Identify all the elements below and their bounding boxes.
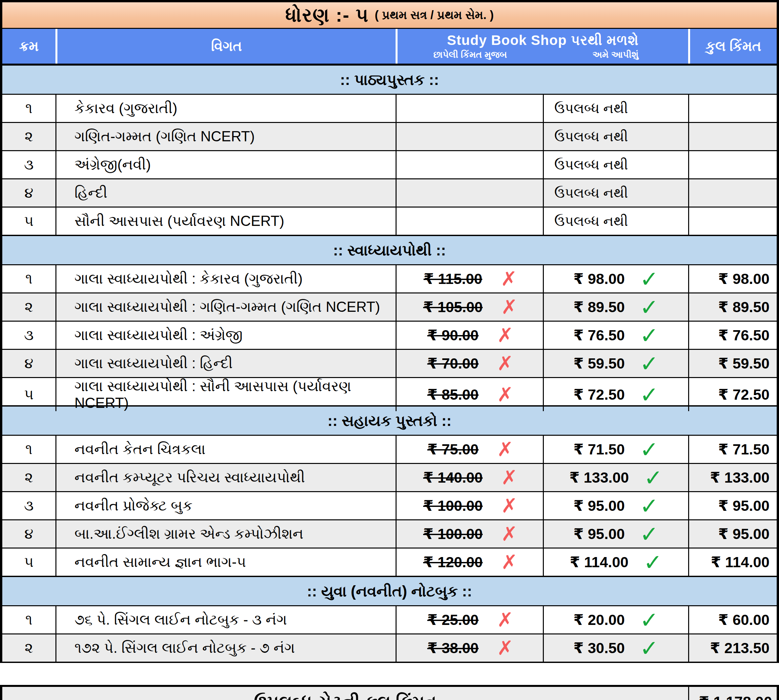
- row-serial: ૨: [2, 293, 55, 321]
- row-total: ₹ 213.50: [710, 639, 769, 657]
- printed-price-cell: ₹ 25.00✗: [395, 606, 543, 633]
- printed-price-cell: ₹ 115.00✗: [395, 265, 543, 292]
- row-total: ₹ 71.50: [718, 441, 769, 458]
- item-name: બા.આ.ઈંગ્લીશ ગ્રામર એન્ડ કમ્પોઝીશન: [55, 520, 395, 548]
- our-price-cell: ₹ 76.50✓: [543, 322, 688, 349]
- our-price: ₹ 95.00: [573, 497, 624, 515]
- cross-icon: ✗: [497, 440, 513, 459]
- table-row: ૧ગાલા સ્વાધ્યાયપોથી : કેકારવ (ગુજરાતી)₹ …: [2, 264, 777, 292]
- row-total-cell: ₹ 59.50: [688, 350, 777, 377]
- item-name: ગાલા સ્વાધ્યાયપોથી : સૌની આસપાસ (પર્યાવર…: [55, 378, 395, 411]
- item-name: નવનીત પ્રોજેક્ટ બુક: [55, 492, 395, 519]
- not-available-label: ઉપલબ્ધ નથી: [554, 213, 628, 229]
- our-price: ₹ 114.00: [570, 553, 629, 571]
- printed-price-cell: ₹ 38.00✗: [395, 635, 543, 662]
- row-serial: ૫: [2, 378, 55, 411]
- section-heading: :: યુવા (નવનીત) નોટબુક ::: [2, 576, 777, 605]
- row-serial: ૪: [2, 520, 55, 548]
- printed-price-cell: [395, 208, 543, 235]
- table-row: ૪હિન્દીઉપલબ્ધ નથી: [2, 178, 777, 207]
- table-row: ૧૭૬ પે. સિંગલ લાઈન નોટબુક - ૩ નંગ₹ 25.00…: [2, 605, 777, 633]
- printed-price-cell: [395, 123, 543, 150]
- not-available-label: ઉપલબ્ધ નથી: [554, 185, 628, 201]
- cross-icon: ✗: [497, 385, 513, 405]
- table-row: ૩નવનીત પ્રોજેક્ટ બુક₹ 100.00✗₹ 95.00✓₹ 9…: [2, 491, 777, 519]
- row-serial: ૨: [2, 635, 55, 662]
- row-total: ₹ 76.50: [718, 327, 769, 344]
- our-price-cell: ₹ 20.00✓: [543, 606, 688, 633]
- check-icon: ✓: [640, 268, 659, 290]
- row-total: ₹ 98.00: [718, 270, 769, 288]
- item-name: ૧૭૨ પે. સિંગલ લાઈન નોટબુક - ૭ નંગ: [55, 635, 395, 662]
- printed-price: ₹ 90.00: [426, 327, 480, 344]
- row-total-cell: [688, 123, 777, 150]
- item-name: નવનીત સામાન્ય જ્ઞાન ભાગ-૫: [55, 548, 395, 576]
- our-price: ₹ 59.50: [573, 355, 624, 372]
- col-header-total: કુલ કિંમત: [688, 29, 777, 63]
- row-serial: ૨: [2, 464, 55, 491]
- table-row: ૧નવનીત કેતન ચિત્રકલા₹ 75.00✗₹ 71.50✓₹ 71…: [2, 435, 777, 463]
- cross-icon: ✗: [501, 297, 517, 317]
- row-total-cell: ₹ 95.00: [688, 520, 777, 548]
- row-serial: ૩: [2, 492, 55, 519]
- printed-price: ₹ 100.00: [422, 525, 484, 543]
- row-serial: ૫: [2, 548, 55, 576]
- row-serial: ૧: [2, 265, 55, 292]
- our-price-cell: ઉપલબ્ધ નથી: [543, 179, 688, 207]
- table-row: ૨ગણિત-ગમ્મત (ગણિત NCERT)ઉપલબ્ધ નથી: [2, 122, 777, 150]
- section-heading: :: પાઠ્યપુસ્તક ::: [2, 64, 777, 94]
- row-serial: ૧: [2, 436, 55, 463]
- page-title: ધોરણ :- ૫: [285, 4, 369, 27]
- cross-icon: ✗: [497, 638, 513, 658]
- our-price-cell: ₹ 59.50✓: [543, 350, 688, 377]
- printed-price-cell: ₹ 85.00✗: [395, 378, 543, 411]
- row-total-cell: ₹ 60.00: [688, 606, 777, 633]
- printed-price: ₹ 38.00: [426, 639, 480, 657]
- table-row: ૪ગાલા સ્વાધ્યાયપોથી : હિન્દી₹ 70.00✗₹ 59…: [2, 349, 777, 377]
- row-serial: ૪: [2, 350, 55, 377]
- printed-price-cell: [395, 151, 543, 178]
- col-header-details: વિગત: [55, 29, 395, 63]
- col-subheader-printed-price: છાપેલી કિંમત મુજબ: [397, 50, 543, 60]
- item-name: ગણિત-ગમ્મત (ગણિત NCERT): [55, 123, 395, 150]
- row-total: ₹ 89.50: [718, 298, 769, 316]
- printed-price-cell: ₹ 90.00✗: [395, 322, 543, 349]
- printed-price-cell: ₹ 70.00✗: [395, 350, 543, 377]
- table-row: ૪બા.આ.ઈંગ્લીશ ગ્રામર એન્ડ કમ્પોઝીશન₹ 100…: [2, 519, 777, 548]
- our-price-cell: ₹ 71.50✓: [543, 436, 688, 463]
- item-name: સૌની આસપાસ (પર્યાવરણ NCERT): [55, 208, 395, 235]
- item-name: ગાલા સ્વાધ્યાયપોથી : અંગ્રેજી: [55, 322, 395, 349]
- column-header-row: ક્રમ વિગત Study Book Shop પરથી મળશે છાપે…: [2, 28, 777, 64]
- table-row: ૨નવનીત કમ્પ્યૂટર પરિચય સ્વાધ્યાયપોથી₹ 14…: [2, 463, 777, 491]
- table-row: ૧કેકારવ (ગુજરાતી)ઉપલબ્ધ નથી: [2, 94, 777, 122]
- row-total-cell: [688, 179, 777, 207]
- printed-price: ₹ 70.00: [426, 355, 480, 372]
- item-name: નવનીત કમ્પ્યૂટર પરિચય સ્વાધ્યાયપોથી: [55, 464, 395, 491]
- our-price: ₹ 89.50: [573, 298, 624, 316]
- our-price: ₹ 95.00: [573, 525, 624, 543]
- check-icon: ✓: [644, 551, 662, 573]
- row-total: ₹ 72.50: [718, 386, 769, 403]
- row-total-cell: ₹ 114.00: [688, 548, 777, 576]
- row-total-cell: [688, 95, 777, 122]
- cross-icon: ✗: [497, 354, 513, 373]
- printed-price-cell: [395, 95, 543, 122]
- printed-price-cell: ₹ 140.00✗: [395, 464, 543, 491]
- table-row: ૫નવનીત સામાન્ય જ્ઞાન ભાગ-૫₹ 120.00✗₹ 114…: [2, 548, 777, 576]
- shop-header-label: Study Book Shop પરથી મળશે: [447, 32, 639, 48]
- our-price-cell: ₹ 95.00✓: [543, 492, 688, 519]
- cross-icon: ✗: [501, 552, 517, 572]
- table-row: ૩અંગ્રેજી(નવી)ઉપલબ્ધ નથી: [2, 150, 777, 178]
- our-price-cell: ₹ 114.00✓: [543, 548, 688, 576]
- row-total-cell: ₹ 76.50: [688, 322, 777, 349]
- row-serial: ૧: [2, 606, 55, 633]
- our-price-cell: ઉપલબ્ધ નથી: [543, 123, 688, 150]
- our-price: ₹ 98.00: [573, 270, 624, 288]
- row-serial: ૩: [2, 322, 55, 349]
- item-name: ૭૬ પે. સિંગલ લાઈન નોટબુક - ૩ નંગ: [55, 606, 395, 633]
- printed-price: ₹ 85.00: [426, 386, 480, 403]
- price-table: ધોરણ :- ૫ ( પ્રથમ સત્ર / પ્રથમ સેમ. ) ક્…: [0, 0, 779, 663]
- printed-price-cell: ₹ 75.00✗: [395, 436, 543, 463]
- section-heading: :: સ્વાધ્યાયપોથી ::: [2, 235, 777, 264]
- row-serial: ૫: [2, 208, 55, 235]
